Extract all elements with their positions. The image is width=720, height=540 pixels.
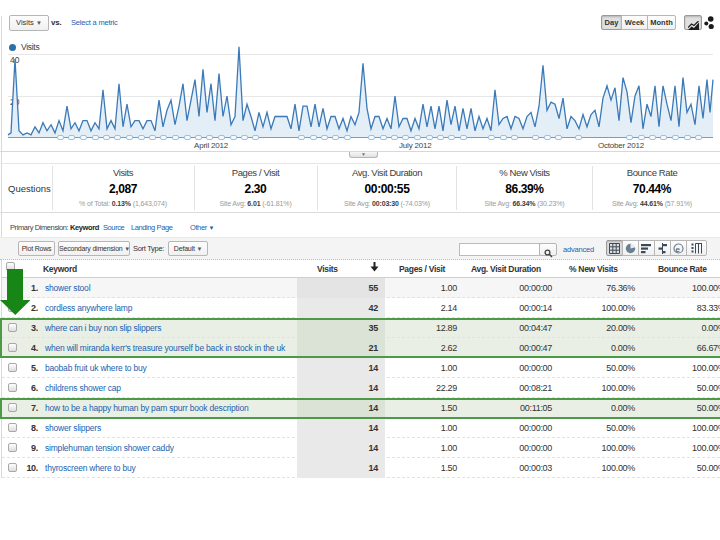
svg-text:e: e [676,245,681,254]
